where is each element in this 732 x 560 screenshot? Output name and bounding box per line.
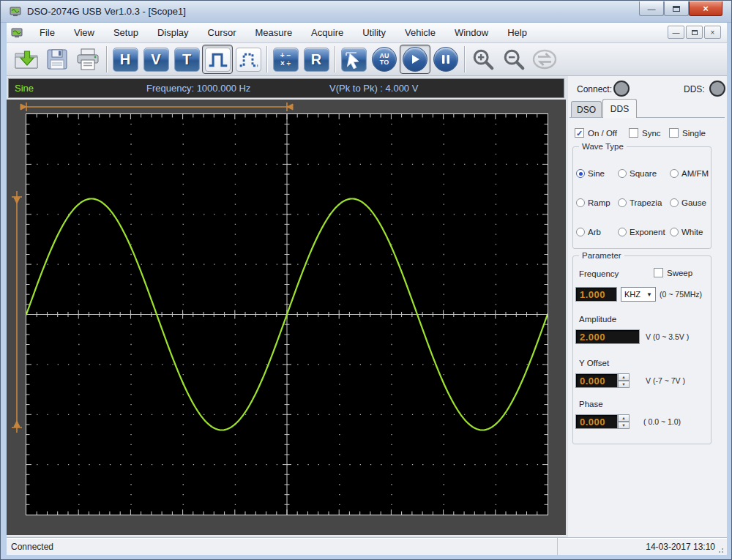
close-icon[interactable]: × (689, 1, 722, 16)
wave-type-sine[interactable]: Sine (576, 169, 618, 178)
amplitude-value-field[interactable]: 2.000 (575, 329, 640, 344)
math-functions-button[interactable]: + −× ÷ (270, 45, 301, 74)
radio-label: Ramp (588, 198, 610, 207)
dds-indicator (709, 81, 725, 97)
menu-acquire[interactable]: Acquire (302, 24, 353, 41)
status-bar: Connected 14-03-2017 13:10 (7, 537, 727, 555)
toolbar: HVT+ −× ÷RAUTO (7, 43, 727, 76)
radio-icon (618, 169, 627, 178)
run-button[interactable] (400, 45, 430, 74)
zoom-out-icon (502, 48, 526, 71)
menu-utility[interactable]: Utility (353, 24, 395, 41)
pause-button[interactable] (430, 45, 461, 74)
menu-help[interactable]: Help (498, 24, 537, 41)
radio-label: White (681, 228, 703, 236)
wave-type-white[interactable]: White (670, 228, 712, 236)
radio-icon (670, 169, 679, 178)
wave-type-group: Wave Type SineSquareAM/FMRampTrapeziaGau… (572, 146, 712, 249)
menu-display[interactable]: Display (148, 24, 198, 41)
y-offset-spinner[interactable]: ▲ ▼ (618, 373, 630, 388)
scope-display (26, 113, 548, 515)
radio-label: Sine (588, 169, 605, 178)
reference-waveform-button[interactable]: R (301, 45, 332, 74)
connect-label: Connect: (577, 84, 612, 94)
spin-up-icon[interactable]: ▲ (618, 373, 630, 381)
onoff-checkbox[interactable]: ✓On / Off (575, 128, 617, 138)
radio-label: AM/FM (681, 169, 709, 178)
menu-measure[interactable]: Measure (246, 24, 302, 41)
wave-type-exponent[interactable]: Exponent (618, 228, 670, 236)
vpp-readout: V(Pk to Pk) : 4.000 V (329, 83, 418, 94)
menu-bar: FileViewSetupDisplayCursorMeasureAcquire… (7, 23, 727, 43)
sync-checkbox[interactable]: Sync (629, 128, 661, 138)
phase-label: Phase (579, 400, 603, 408)
phase-value-field[interactable]: 0.000 (575, 414, 618, 429)
time-cursor[interactable] (20, 102, 293, 111)
radio-label: Exponent (630, 228, 665, 236)
voltage-cursor[interactable] (12, 191, 22, 433)
spin-up-icon[interactable]: ▲ (618, 414, 630, 422)
menu-cursor[interactable]: Cursor (198, 24, 246, 41)
wave-type-am-fm[interactable]: AM/FM (670, 169, 712, 178)
mdi-restore-icon[interactable] (686, 26, 703, 39)
wave-type-trapezia[interactable]: Trapezia (618, 198, 670, 207)
mdi-document-icon (11, 27, 23, 39)
waveform-mode-button[interactable] (202, 45, 233, 74)
tab-dds[interactable]: DDS (602, 99, 637, 118)
trigger-settings-button[interactable]: T (171, 45, 202, 74)
save-button[interactable] (42, 45, 72, 74)
cursor-measure-button[interactable] (338, 45, 369, 74)
dds-label: DDS: (684, 84, 705, 94)
maximize-icon[interactable] (664, 1, 689, 16)
single-checkbox[interactable]: Single (669, 128, 706, 138)
wave-type-options: SineSquareAM/FMRampTrapeziaGauseArbExpon… (575, 159, 712, 247)
connection-status: Connected (11, 542, 557, 552)
pause-icon (433, 47, 458, 72)
frequency-label: Frequency (579, 269, 619, 278)
radio-icon (576, 169, 585, 178)
menu-vehicle[interactable]: Vehicle (395, 24, 445, 41)
menu-file[interactable]: File (30, 24, 64, 41)
resize-grip[interactable] (718, 546, 725, 553)
spin-down-icon[interactable]: ▼ (618, 422, 630, 429)
y-offset-value-field[interactable]: 0.000 (575, 373, 618, 388)
sweep-checkbox[interactable]: Sweep (654, 268, 692, 277)
mdi-close-icon[interactable]: × (704, 26, 721, 39)
auto-icon: AUTO (372, 47, 397, 72)
menu-setup[interactable]: Setup (104, 24, 148, 41)
frequency-value-field[interactable]: 1.000 (575, 287, 617, 302)
chevron-down-icon: ▼ (646, 291, 652, 298)
phase-spinner[interactable]: ▲ ▼ (618, 414, 630, 429)
datetime-readout: 14-03-2017 13:10 (557, 538, 727, 555)
radio-label: Arb (588, 228, 601, 236)
horizontal-settings-button[interactable]: H (110, 45, 141, 74)
wave-type-arb[interactable]: Arb (576, 228, 618, 236)
radio-icon (576, 198, 585, 207)
vertical-settings-icon: V (143, 48, 169, 72)
frequency-readout: Frequency: 1000.000 Hz (146, 83, 329, 94)
y-offset-range-label: V (-7 ~ 7V ) (646, 376, 685, 385)
waveform-persist-button[interactable] (233, 45, 264, 74)
wave-type-ramp[interactable]: Ramp (576, 198, 618, 207)
wave-type-square[interactable]: Square (618, 169, 670, 178)
mdi-minimize-icon[interactable]: — (668, 26, 684, 39)
auto-setup-button[interactable]: AUTO (369, 45, 400, 74)
window-title: DSO-2074G USB Ver1.0.3 - [Scope1] (27, 6, 186, 17)
toolbar-separator (335, 46, 335, 72)
zoom-in-button[interactable] (468, 45, 498, 74)
signal-type-readout: Sine (15, 83, 146, 94)
radio-icon (618, 198, 627, 207)
frequency-range-label: (0 ~ 75MHz) (660, 290, 702, 299)
vertical-settings-button[interactable]: V (141, 45, 171, 74)
tab-dso[interactable]: DSO (571, 101, 602, 117)
print-button[interactable] (72, 45, 103, 74)
save-icon (45, 47, 70, 72)
menu-window[interactable]: Window (445, 24, 498, 41)
menu-view[interactable]: View (64, 24, 104, 41)
minimize-icon[interactable]: — (639, 1, 664, 16)
frequency-unit-dropdown[interactable]: KHZ▼ (621, 287, 656, 302)
zoom-out-button[interactable] (498, 45, 529, 74)
wave-type-gause[interactable]: Gause (670, 198, 712, 207)
spin-down-icon[interactable]: ▼ (618, 381, 630, 388)
open-button[interactable] (11, 45, 42, 74)
